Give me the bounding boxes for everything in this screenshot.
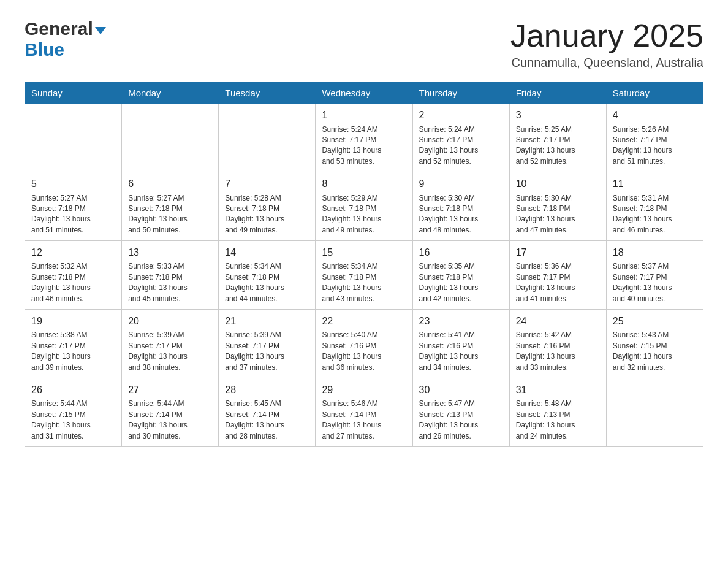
day-info: Sunrise: 5:36 AMSunset: 7:17 PMDaylight:… bbox=[516, 261, 600, 304]
day-cell: 22Sunrise: 5:40 AMSunset: 7:16 PMDayligh… bbox=[316, 310, 412, 378]
day-number: 25 bbox=[613, 315, 697, 328]
day-number: 15 bbox=[322, 246, 406, 259]
day-cell: 31Sunrise: 5:48 AMSunset: 7:13 PMDayligh… bbox=[509, 378, 606, 447]
day-cell: 20Sunrise: 5:39 AMSunset: 7:17 PMDayligh… bbox=[122, 310, 219, 378]
day-cell: 10Sunrise: 5:30 AMSunset: 7:18 PMDayligh… bbox=[509, 172, 606, 241]
day-cell bbox=[219, 104, 316, 172]
header-monday: Monday bbox=[122, 83, 219, 104]
day-cell: 14Sunrise: 5:34 AMSunset: 7:18 PMDayligh… bbox=[219, 241, 316, 310]
logo-triangle-icon bbox=[95, 27, 106, 34]
location-subtitle: Cunnamulla, Queensland, Australia bbox=[510, 56, 703, 70]
day-info: Sunrise: 5:30 AMSunset: 7:18 PMDaylight:… bbox=[419, 193, 503, 236]
page-title: January 2025 bbox=[510, 18, 703, 53]
day-number: 11 bbox=[613, 177, 697, 191]
header-friday: Friday bbox=[509, 83, 606, 104]
day-info: Sunrise: 5:26 AMSunset: 7:17 PMDaylight:… bbox=[613, 124, 697, 167]
day-cell: 25Sunrise: 5:43 AMSunset: 7:15 PMDayligh… bbox=[606, 310, 703, 378]
day-info: Sunrise: 5:40 AMSunset: 7:16 PMDaylight:… bbox=[322, 330, 406, 373]
day-cell: 21Sunrise: 5:39 AMSunset: 7:17 PMDayligh… bbox=[219, 310, 316, 378]
day-info: Sunrise: 5:38 AMSunset: 7:17 PMDaylight:… bbox=[31, 330, 115, 373]
day-number: 20 bbox=[128, 315, 212, 328]
day-cell: 23Sunrise: 5:41 AMSunset: 7:16 PMDayligh… bbox=[412, 310, 509, 378]
day-number: 3 bbox=[516, 109, 600, 122]
header-saturday: Saturday bbox=[606, 83, 703, 104]
day-info: Sunrise: 5:44 AMSunset: 7:15 PMDaylight:… bbox=[31, 399, 115, 442]
day-cell: 3Sunrise: 5:25 AMSunset: 7:17 PMDaylight… bbox=[509, 104, 606, 172]
calendar-table: Sunday Monday Tuesday Wednesday Thursday… bbox=[25, 82, 703, 447]
day-info: Sunrise: 5:46 AMSunset: 7:14 PMDaylight:… bbox=[322, 399, 406, 442]
day-cell: 29Sunrise: 5:46 AMSunset: 7:14 PMDayligh… bbox=[316, 378, 412, 447]
day-cell: 11Sunrise: 5:31 AMSunset: 7:18 PMDayligh… bbox=[606, 172, 703, 241]
day-info: Sunrise: 5:27 AMSunset: 7:18 PMDaylight:… bbox=[31, 193, 115, 236]
day-cell: 7Sunrise: 5:28 AMSunset: 7:18 PMDaylight… bbox=[219, 172, 316, 241]
day-number: 31 bbox=[516, 383, 600, 397]
day-number: 21 bbox=[225, 315, 309, 328]
day-number: 17 bbox=[516, 246, 600, 259]
day-cell: 15Sunrise: 5:34 AMSunset: 7:18 PMDayligh… bbox=[316, 241, 412, 310]
day-info: Sunrise: 5:25 AMSunset: 7:17 PMDaylight:… bbox=[516, 124, 600, 167]
logo-blue-text: Blue bbox=[25, 39, 106, 60]
day-number: 1 bbox=[322, 109, 406, 122]
day-number: 10 bbox=[516, 177, 600, 191]
day-number: 26 bbox=[31, 383, 115, 397]
day-info: Sunrise: 5:44 AMSunset: 7:14 PMDaylight:… bbox=[128, 399, 212, 442]
day-number: 29 bbox=[322, 383, 406, 397]
day-info: Sunrise: 5:39 AMSunset: 7:17 PMDaylight:… bbox=[225, 330, 309, 373]
day-number: 4 bbox=[613, 109, 697, 122]
logo-line1: General bbox=[25, 18, 106, 39]
day-info: Sunrise: 5:30 AMSunset: 7:18 PMDaylight:… bbox=[516, 193, 600, 236]
day-cell: 5Sunrise: 5:27 AMSunset: 7:18 PMDaylight… bbox=[25, 172, 122, 241]
logo-text-block: General Blue bbox=[25, 18, 106, 60]
day-cell: 4Sunrise: 5:26 AMSunset: 7:17 PMDaylight… bbox=[606, 104, 703, 172]
day-info: Sunrise: 5:35 AMSunset: 7:18 PMDaylight:… bbox=[419, 261, 503, 304]
day-number: 13 bbox=[128, 246, 212, 259]
logo: General Blue bbox=[25, 18, 106, 60]
header-tuesday: Tuesday bbox=[219, 83, 316, 104]
day-cell: 19Sunrise: 5:38 AMSunset: 7:17 PMDayligh… bbox=[25, 310, 122, 378]
day-cell: 12Sunrise: 5:32 AMSunset: 7:18 PMDayligh… bbox=[25, 241, 122, 310]
header-thursday: Thursday bbox=[412, 83, 509, 104]
day-info: Sunrise: 5:34 AMSunset: 7:18 PMDaylight:… bbox=[225, 261, 309, 304]
day-cell: 17Sunrise: 5:36 AMSunset: 7:17 PMDayligh… bbox=[509, 241, 606, 310]
day-info: Sunrise: 5:47 AMSunset: 7:13 PMDaylight:… bbox=[419, 399, 503, 442]
day-number: 30 bbox=[419, 383, 503, 397]
day-number: 8 bbox=[322, 177, 406, 191]
day-cell: 1Sunrise: 5:24 AMSunset: 7:17 PMDaylight… bbox=[316, 104, 412, 172]
day-info: Sunrise: 5:29 AMSunset: 7:18 PMDaylight:… bbox=[322, 193, 406, 236]
title-section: January 2025 Cunnamulla, Queensland, Aus… bbox=[510, 18, 703, 70]
day-cell: 30Sunrise: 5:47 AMSunset: 7:13 PMDayligh… bbox=[412, 378, 509, 447]
day-cell: 8Sunrise: 5:29 AMSunset: 7:18 PMDaylight… bbox=[316, 172, 412, 241]
week-row-1: 5Sunrise: 5:27 AMSunset: 7:18 PMDaylight… bbox=[25, 172, 703, 241]
day-cell: 26Sunrise: 5:44 AMSunset: 7:15 PMDayligh… bbox=[25, 378, 122, 447]
day-number: 16 bbox=[419, 246, 503, 259]
day-number: 19 bbox=[31, 315, 115, 328]
header-sunday: Sunday bbox=[25, 83, 122, 104]
day-cell: 16Sunrise: 5:35 AMSunset: 7:18 PMDayligh… bbox=[412, 241, 509, 310]
page-header: General Blue January 2025 Cunnamulla, Qu… bbox=[25, 18, 703, 70]
day-info: Sunrise: 5:31 AMSunset: 7:18 PMDaylight:… bbox=[613, 193, 697, 236]
day-cell bbox=[606, 378, 703, 447]
day-number: 12 bbox=[31, 246, 115, 259]
day-info: Sunrise: 5:28 AMSunset: 7:18 PMDaylight:… bbox=[225, 193, 309, 236]
header-wednesday: Wednesday bbox=[316, 83, 412, 104]
day-info: Sunrise: 5:33 AMSunset: 7:18 PMDaylight:… bbox=[128, 261, 212, 304]
day-number: 18 bbox=[613, 246, 697, 259]
day-info: Sunrise: 5:39 AMSunset: 7:17 PMDaylight:… bbox=[128, 330, 212, 373]
day-cell: 18Sunrise: 5:37 AMSunset: 7:17 PMDayligh… bbox=[606, 241, 703, 310]
day-cell bbox=[25, 104, 122, 172]
week-row-2: 12Sunrise: 5:32 AMSunset: 7:18 PMDayligh… bbox=[25, 241, 703, 310]
day-info: Sunrise: 5:45 AMSunset: 7:14 PMDaylight:… bbox=[225, 399, 309, 442]
day-info: Sunrise: 5:24 AMSunset: 7:17 PMDaylight:… bbox=[322, 124, 406, 167]
day-number: 14 bbox=[225, 246, 309, 259]
calendar-header-row: Sunday Monday Tuesday Wednesday Thursday… bbox=[25, 83, 703, 104]
day-info: Sunrise: 5:43 AMSunset: 7:15 PMDaylight:… bbox=[613, 330, 697, 373]
logo-general-text: General bbox=[25, 18, 93, 39]
day-info: Sunrise: 5:42 AMSunset: 7:16 PMDaylight:… bbox=[516, 330, 600, 373]
calendar-body: 1Sunrise: 5:24 AMSunset: 7:17 PMDaylight… bbox=[25, 104, 703, 447]
week-row-3: 19Sunrise: 5:38 AMSunset: 7:17 PMDayligh… bbox=[25, 310, 703, 378]
day-number: 24 bbox=[516, 315, 600, 328]
day-cell: 27Sunrise: 5:44 AMSunset: 7:14 PMDayligh… bbox=[122, 378, 219, 447]
day-number: 23 bbox=[419, 315, 503, 328]
day-number: 22 bbox=[322, 315, 406, 328]
day-cell: 6Sunrise: 5:27 AMSunset: 7:18 PMDaylight… bbox=[122, 172, 219, 241]
